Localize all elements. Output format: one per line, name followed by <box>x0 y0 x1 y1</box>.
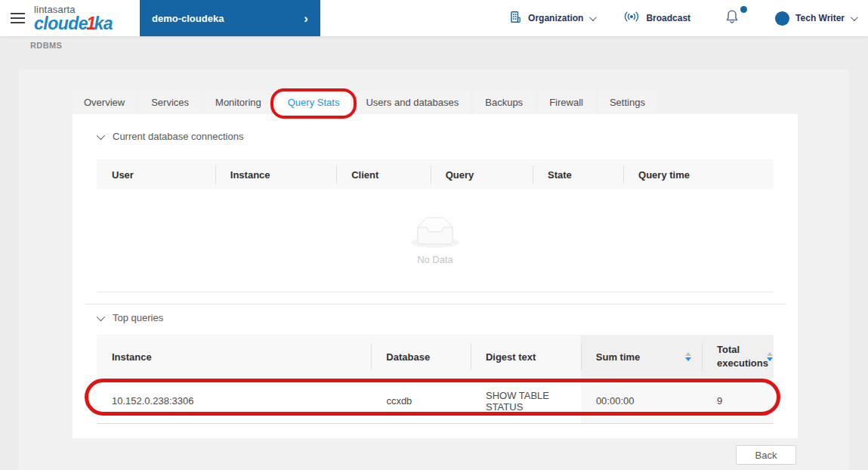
notification-badge-dot <box>740 6 747 13</box>
rdbms-query-stats-page: lintasarta cloude1ka demo-cloudeka › Org… <box>0 0 868 470</box>
column-header-sum-time[interactable]: Sum time <box>581 335 702 379</box>
sort-caret-down-icon <box>767 357 773 361</box>
tab-users-and-databases[interactable]: Users and databases <box>354 91 470 114</box>
tab-services[interactable]: Services <box>140 91 200 114</box>
column-header-user: User <box>97 159 215 190</box>
sort-caret-down-icon <box>685 357 691 361</box>
top-queries-section-header[interactable]: Top queries <box>97 312 163 323</box>
top-queries-table: Instance Database Digest text Sum time T… <box>97 335 774 424</box>
top-queries-table-header: Instance Database Digest text Sum time T… <box>97 335 774 379</box>
total-executions-sorter[interactable] <box>767 352 777 361</box>
column-header-state: State <box>533 159 623 190</box>
chevron-right-icon: › <box>304 12 308 25</box>
organization-label: Organization <box>528 13 583 23</box>
cell-sum-time: 00:00:00 <box>581 379 702 423</box>
notifications-button[interactable] <box>725 9 739 27</box>
column-header-query-time: Query time <box>623 159 774 190</box>
breadcrumb: RDBMS <box>30 41 62 50</box>
sum-time-sorter[interactable] <box>685 352 696 361</box>
empty-state: No Data <box>97 190 774 292</box>
connections-section-title: Current database connections <box>113 131 243 142</box>
hamburger-menu-icon[interactable] <box>11 10 25 26</box>
cell-database: ccxdb <box>371 379 471 423</box>
column-header-instance: Instance <box>97 335 371 379</box>
section-divider <box>85 304 786 305</box>
sort-caret-up-icon <box>767 352 773 356</box>
tab-monitoring[interactable]: Monitoring <box>204 91 273 114</box>
column-header-database: Database <box>371 335 471 379</box>
query-stats-panel: Current database connections User Instan… <box>73 114 798 438</box>
user-menu[interactable]: Tech Writer <box>775 11 856 26</box>
chevron-down-icon <box>589 14 597 21</box>
connections-table-header: User Instance Client Query State Query t… <box>97 159 774 190</box>
empty-box-icon <box>411 217 459 248</box>
broadcast-button[interactable]: Broadcast <box>623 11 690 26</box>
collapse-chevron-icon <box>97 312 105 320</box>
top-navigation-bar: lintasarta cloude1ka demo-cloudeka › Org… <box>0 0 868 36</box>
column-header-query: Query <box>431 159 533 190</box>
column-header-client: Client <box>336 159 431 190</box>
chevron-down-icon <box>851 14 858 21</box>
project-selector[interactable]: demo-cloudeka › <box>140 0 320 36</box>
cloudeka-wordmark: cloude1ka <box>34 15 113 32</box>
tab-firewall[interactable]: Firewall <box>538 91 595 114</box>
connections-table: User Instance Client Query State Query t… <box>97 159 774 292</box>
broadcast-icon <box>623 11 640 26</box>
connections-section-header[interactable]: Current database connections <box>97 131 243 142</box>
cell-total-executions: 9 <box>702 379 774 423</box>
broadcast-label: Broadcast <box>646 13 690 23</box>
organization-dropdown[interactable]: Organization <box>509 11 595 26</box>
user-name: Tech Writer <box>795 13 845 23</box>
rdbms-tab-bar: Overview Services Monitoring Query Stats… <box>73 91 656 114</box>
table-row[interactable]: 10.152.0.238:3306 ccxdb SHOW TABLE STATU… <box>97 379 774 424</box>
organization-icon <box>509 11 522 26</box>
cell-digest-text: SHOW TABLE STATUS <box>471 379 581 423</box>
top-queries-section-title: Top queries <box>113 312 163 323</box>
user-avatar <box>775 11 789 26</box>
cell-instance: 10.152.0.238:3306 <box>97 379 371 423</box>
project-name: demo-cloudeka <box>152 13 224 24</box>
tab-overview[interactable]: Overview <box>73 91 136 114</box>
sort-caret-up-icon <box>685 352 691 356</box>
tab-query-stats[interactable]: Query Stats <box>276 91 351 114</box>
column-header-digest-text: Digest text <box>471 335 581 379</box>
column-header-instance: Instance <box>215 159 336 190</box>
back-button[interactable]: Back <box>736 445 796 465</box>
cloudeka-logo[interactable]: lintasarta cloude1ka <box>34 5 113 32</box>
collapse-chevron-icon <box>97 131 105 139</box>
bell-icon <box>725 9 739 24</box>
rdbms-detail-card: Overview Services Monitoring Query Stats… <box>19 70 849 470</box>
tab-backups[interactable]: Backups <box>474 91 534 114</box>
empty-state-text: No Data <box>417 254 453 265</box>
column-header-total-executions[interactable]: Total executions <box>702 335 774 379</box>
tab-settings[interactable]: Settings <box>598 91 656 114</box>
